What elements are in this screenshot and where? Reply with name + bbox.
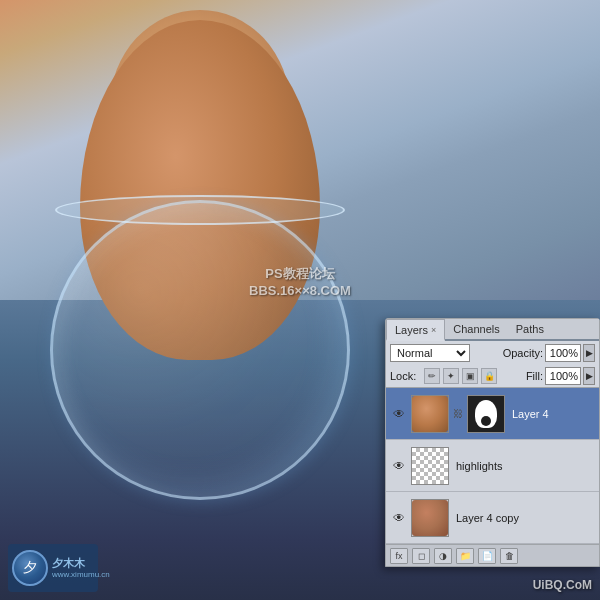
layer4-mask-thumb xyxy=(467,395,505,433)
lock-label: Lock: xyxy=(390,370,416,382)
tab-channels-label: Channels xyxy=(453,323,499,335)
eye-icon-layer4copy[interactable]: 👁 xyxy=(390,509,408,527)
panel-bottom: fx ◻ ◑ 📁 📄 🗑 xyxy=(386,544,599,566)
tab-channels[interactable]: Channels xyxy=(445,319,507,339)
layers-panel: Layers × Channels Paths Normal Multiply … xyxy=(385,318,600,567)
highlights-name: highlights xyxy=(456,460,595,472)
blend-mode-row: Normal Multiply Screen Overlay Opacity: … xyxy=(386,341,599,365)
adjustment-button[interactable]: ◑ xyxy=(434,548,452,564)
layer4-name: Layer 4 xyxy=(512,408,595,420)
new-layer-button[interactable]: 📄 xyxy=(478,548,496,564)
lock-all-btn[interactable]: 🔒 xyxy=(481,368,497,384)
mask-shape xyxy=(475,400,497,428)
layer4-mask-img xyxy=(468,396,504,432)
opacity-input[interactable] xyxy=(545,344,581,362)
panel-tabs: Layers × Channels Paths xyxy=(386,319,599,341)
tab-layers[interactable]: Layers × xyxy=(386,319,445,341)
layer4-thumb-img xyxy=(412,396,448,432)
highlights-thumb xyxy=(411,447,449,485)
blend-mode-select[interactable]: Normal Multiply Screen Overlay xyxy=(390,344,470,362)
logo-text: 夕木木 www.ximumu.cn xyxy=(52,556,110,580)
bottom-watermark: UiBQ.CoM xyxy=(533,578,592,592)
highlights-thumb-img xyxy=(412,448,448,484)
lock-transparent-btn[interactable]: ▣ xyxy=(462,368,478,384)
lock-row: Lock: ✏ ✦ ▣ 🔒 Fill: ▶ xyxy=(386,365,599,387)
fill-arrow[interactable]: ▶ xyxy=(583,367,595,385)
delete-layer-button[interactable]: 🗑 xyxy=(500,548,518,564)
tab-paths-label: Paths xyxy=(516,323,544,335)
logo-title: 夕木木 xyxy=(52,556,110,570)
layer4-thumbs: ⛓ xyxy=(408,395,508,433)
lock-icons: ✏ ✦ ▣ 🔒 xyxy=(424,368,497,384)
logo-area: 夕木木 www.ximumu.cn xyxy=(8,544,98,592)
eye-icon-layer4[interactable]: 👁 xyxy=(390,405,408,423)
opacity-arrow[interactable]: ▶ xyxy=(583,344,595,362)
layer4-thumb xyxy=(411,395,449,433)
layer4copy-thumb xyxy=(411,499,449,537)
fx-button[interactable]: fx xyxy=(390,548,408,564)
fill-label: Fill: xyxy=(526,370,543,382)
group-button[interactable]: 📁 xyxy=(456,548,474,564)
glass-bowl xyxy=(50,200,350,500)
thumb-link-icon: ⛓ xyxy=(453,395,463,433)
layer-row-layer4copy[interactable]: 👁 Layer 4 copy xyxy=(386,492,599,544)
logo-circle xyxy=(12,550,48,586)
layer4copy-name: Layer 4 copy xyxy=(456,512,595,524)
lock-pixels-btn[interactable]: ✏ xyxy=(424,368,440,384)
mask-button[interactable]: ◻ xyxy=(412,548,430,564)
main-canvas: PS教程论坛 BBS.16××8.COM 夕木木 www.ximumu.cn U… xyxy=(0,0,600,600)
layers-list: 👁 ⛓ Layer 4 👁 xyxy=(386,387,599,544)
tab-layers-label: Layers xyxy=(395,324,428,336)
lock-position-btn[interactable]: ✦ xyxy=(443,368,459,384)
fill-input[interactable] xyxy=(545,367,581,385)
logo-url: www.ximumu.cn xyxy=(52,570,110,580)
eye-icon-highlights[interactable]: 👁 xyxy=(390,457,408,475)
opacity-control: Opacity: ▶ xyxy=(503,344,595,362)
tab-layers-close[interactable]: × xyxy=(431,325,436,335)
fill-control: Fill: ▶ xyxy=(526,367,595,385)
bowl-rim xyxy=(55,195,345,225)
layer4copy-thumb-img xyxy=(412,500,448,536)
layer-row-highlights[interactable]: 👁 highlights xyxy=(386,440,599,492)
opacity-label: Opacity: xyxy=(503,347,543,359)
layer-row-layer4[interactable]: 👁 ⛓ Layer 4 xyxy=(386,388,599,440)
tab-paths[interactable]: Paths xyxy=(508,319,552,339)
